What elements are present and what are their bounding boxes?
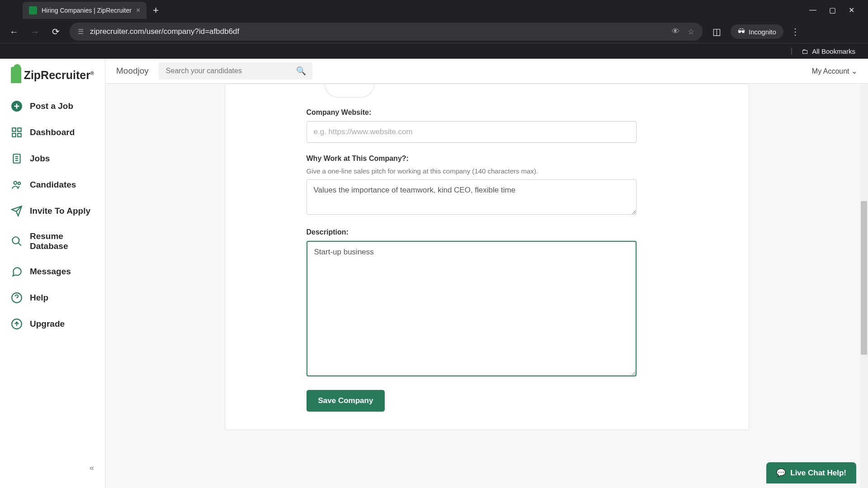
tab-bar: Hiring Companies | ZipRecruiter × + — ▢ … [0,0,868,20]
website-label: Company Website: [307,108,667,117]
svg-rect-4 [18,133,21,137]
scrollbar-thumb[interactable] [861,201,867,355]
sidebar-item-help[interactable]: Help [0,285,105,311]
bookmark-separator: | [791,47,793,55]
bookmarks-label: All Bookmarks [812,47,855,55]
candidate-search[interactable]: 🔍 [159,62,312,80]
tab-favicon-icon [29,6,37,14]
main-content: Moodjoy 🔍 My Account ⌄ Company Website: … [105,59,868,488]
people-icon [11,179,23,191]
description-label: Description: [307,228,667,236]
svg-point-9 [14,181,17,184]
sidebar-item-label: Upgrade [30,319,65,329]
sidebar-item-label: Help [30,293,48,303]
sidebar-item-candidates[interactable]: Candidates [0,172,105,198]
logo[interactable]: ZipRecruiter® [0,67,105,93]
sidebar-item-label: Jobs [30,154,50,164]
svg-point-10 [18,182,20,184]
sidebar-item-label: Resume Database [30,231,94,251]
upgrade-icon [11,318,23,330]
minimize-icon[interactable]: — [809,6,816,14]
nav-bar: ← → ⟳ ☰ ziprecruiter.com/user/company?id… [0,20,868,43]
close-window-icon[interactable]: ✕ [849,6,854,14]
incognito-badge[interactable]: 🕶 Incognito [731,24,783,39]
sidebar-item-post-job[interactable]: Post a Job [0,93,105,119]
live-chat-label: Live Chat Help! [790,469,846,478]
plus-circle-icon [11,100,23,112]
tab-close-icon[interactable]: × [136,6,140,14]
reload-button[interactable]: ⟳ [49,26,62,37]
top-bar: Moodjoy 🔍 My Account ⌄ [105,59,868,84]
why-work-hint: Give a one-line sales pitch for working … [307,167,667,175]
grid-icon [11,127,23,138]
site-info-icon[interactable]: ☰ [78,28,84,36]
bookmark-bar: | 🗀 All Bookmarks [0,43,868,59]
sidebar-item-messages[interactable]: Messages [0,258,105,285]
live-chat-button[interactable]: 💬 Live Chat Help! [766,462,856,483]
svg-rect-1 [12,128,16,131]
incognito-label: Incognito [749,28,776,36]
my-account-link[interactable]: My Account ⌄ [812,67,857,75]
logo-text: ZipRecruiter® [24,69,94,82]
sidebar-item-label: Dashboard [30,127,75,137]
browser-chrome: Hiring Companies | ZipRecruiter × + — ▢ … [0,0,868,59]
why-work-textarea[interactable] [307,179,637,215]
url-text: ziprecruiter.com/user/company?id=afbdb6d… [90,27,665,36]
folder-icon: 🗀 [802,47,808,55]
window-controls: — ▢ ✕ [809,6,863,14]
why-work-group: Why Work at This Company?: Give a one-li… [307,155,667,216]
company-avatar-placeholder [325,84,374,98]
sidebar-item-label: Invite To Apply [30,206,90,216]
sidebar-item-invite[interactable]: Invite To Apply [0,198,105,224]
why-work-label: Why Work at This Company?: [307,155,667,163]
maximize-icon[interactable]: ▢ [829,6,836,14]
tab-title: Hiring Companies | ZipRecruiter [42,7,132,14]
sidebar-nav: Post a Job Dashboard Jobs Candidates Inv… [0,93,105,337]
new-tab-button[interactable]: + [153,5,159,16]
sidebar-item-dashboard[interactable]: Dashboard [0,119,105,145]
sidebar-item-jobs[interactable]: Jobs [0,145,105,172]
incognito-icon: 🕶 [738,28,745,36]
sidebar-item-label: Post a Job [30,101,73,111]
description-textarea[interactable] [307,241,637,376]
forward-button[interactable]: → [28,27,42,37]
svg-rect-3 [12,133,16,137]
sidebar-item-label: Messages [30,267,71,277]
svg-rect-2 [18,128,21,131]
side-panel-icon[interactable]: ◫ [710,26,723,37]
chat-icon [11,266,23,277]
scrollbar[interactable] [860,84,868,488]
website-input[interactable] [307,121,637,143]
back-button[interactable]: ← [7,27,21,37]
company-name: Moodjoy [116,66,149,76]
svg-point-11 [12,237,19,244]
save-company-button[interactable]: Save Company [307,390,385,412]
url-bar[interactable]: ☰ ziprecruiter.com/user/company?id=afbdb… [70,23,703,41]
visibility-off-icon[interactable]: 👁 [672,27,679,36]
chat-bubble-icon: 💬 [776,468,786,478]
send-icon [11,205,23,217]
collapse-sidebar-button[interactable]: « [0,456,105,480]
document-icon [11,153,23,164]
company-form-card: Company Website: Why Work at This Compan… [225,84,749,430]
svg-line-12 [18,243,21,246]
browser-tab[interactable]: Hiring Companies | ZipRecruiter × [23,2,146,19]
search-icon [11,235,23,247]
all-bookmarks-link[interactable]: 🗀 All Bookmarks [802,47,855,55]
form-content: Company Website: Why Work at This Compan… [105,84,868,430]
website-group: Company Website: [307,108,667,143]
sidebar-item-upgrade[interactable]: Upgrade [0,311,105,337]
sidebar-item-label: Candidates [30,180,76,190]
logo-icon [11,67,21,83]
app-container: ZipRecruiter® Post a Job Dashboard Jobs … [0,59,868,488]
help-icon [11,292,23,304]
description-group: Description: [307,228,667,378]
search-input[interactable] [166,67,305,75]
search-icon[interactable]: 🔍 [296,66,306,76]
star-icon[interactable]: ☆ [688,27,694,37]
browser-menu-icon[interactable]: ⋮ [791,26,800,37]
sidebar-item-resume-db[interactable]: Resume Database [0,224,105,258]
sidebar: ZipRecruiter® Post a Job Dashboard Jobs … [0,59,105,488]
